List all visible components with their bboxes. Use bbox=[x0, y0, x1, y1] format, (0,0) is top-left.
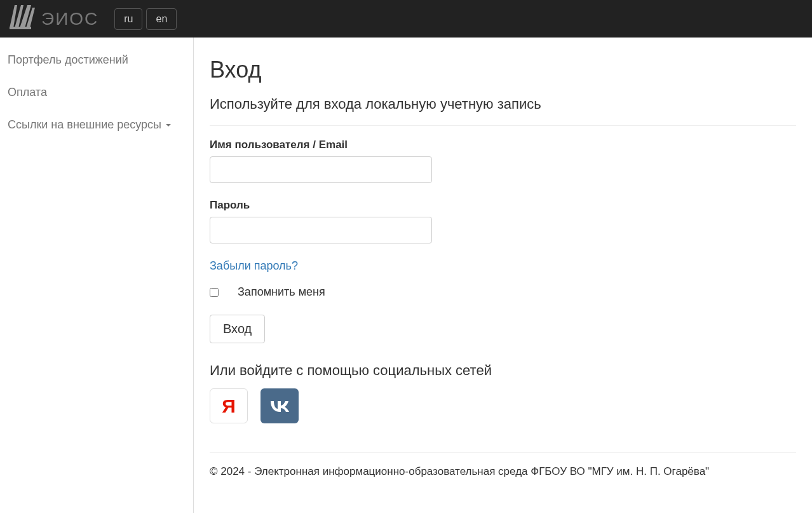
username-group: Имя пользователя / Email bbox=[210, 139, 796, 183]
sidebar-item-external-links[interactable]: Ссылки на внешние ресурсы bbox=[0, 109, 193, 141]
vk-login-button[interactable] bbox=[261, 388, 299, 423]
page-title: Вход bbox=[210, 57, 796, 83]
social-title: Или войдите с помощью социальных сетей bbox=[210, 362, 796, 379]
divider bbox=[210, 125, 796, 126]
svg-rect-0 bbox=[10, 27, 31, 29]
navbar: ЭИОС ru en bbox=[0, 0, 812, 38]
sidebar-item-label: Оплата bbox=[8, 86, 47, 99]
username-label: Имя пользователя / Email bbox=[210, 139, 796, 151]
sidebar-item-portfolio[interactable]: Портфель достижений bbox=[0, 44, 193, 76]
vk-icon bbox=[267, 397, 292, 414]
sidebar: Портфель достижений Оплата Ссылки на вне… bbox=[0, 38, 194, 513]
sidebar-item-label: Портфель достижений bbox=[8, 53, 128, 66]
lang-en-button[interactable]: en bbox=[146, 8, 177, 30]
sidebar-item-label: Ссылки на внешние ресурсы bbox=[8, 118, 161, 131]
brand-link[interactable]: ЭИОС bbox=[5, 3, 108, 35]
yandex-login-button[interactable]: Я bbox=[210, 388, 248, 423]
lang-ru-button[interactable]: ru bbox=[114, 8, 142, 30]
password-label: Пароль bbox=[210, 199, 796, 212]
lang-buttons: ru en bbox=[114, 8, 177, 30]
caret-down-icon bbox=[166, 124, 171, 127]
footer: © 2024 - Электронная информационно-образ… bbox=[210, 452, 796, 478]
logo-icon bbox=[8, 3, 36, 35]
forgot-password-link[interactable]: Забыли пароль? bbox=[210, 259, 298, 273]
remember-checkbox[interactable] bbox=[210, 288, 219, 297]
main-content: Вход Используйте для входа локальную уче… bbox=[194, 38, 812, 513]
remember-label[interactable]: Запомнить меня bbox=[238, 285, 325, 299]
social-buttons: Я bbox=[210, 388, 796, 423]
login-button[interactable]: Вход bbox=[210, 315, 265, 343]
remember-me-row: Запомнить меня bbox=[210, 285, 796, 299]
page-subtitle: Используйте для входа локальную учетную … bbox=[210, 96, 796, 113]
sidebar-item-payment[interactable]: Оплата bbox=[0, 76, 193, 109]
password-group: Пароль bbox=[210, 199, 796, 243]
footer-text: © 2024 - Электронная информационно-образ… bbox=[210, 465, 796, 478]
password-input[interactable] bbox=[210, 217, 432, 243]
yandex-icon: Я bbox=[222, 395, 236, 417]
brand-text: ЭИОС bbox=[41, 9, 98, 29]
username-input[interactable] bbox=[210, 156, 432, 183]
